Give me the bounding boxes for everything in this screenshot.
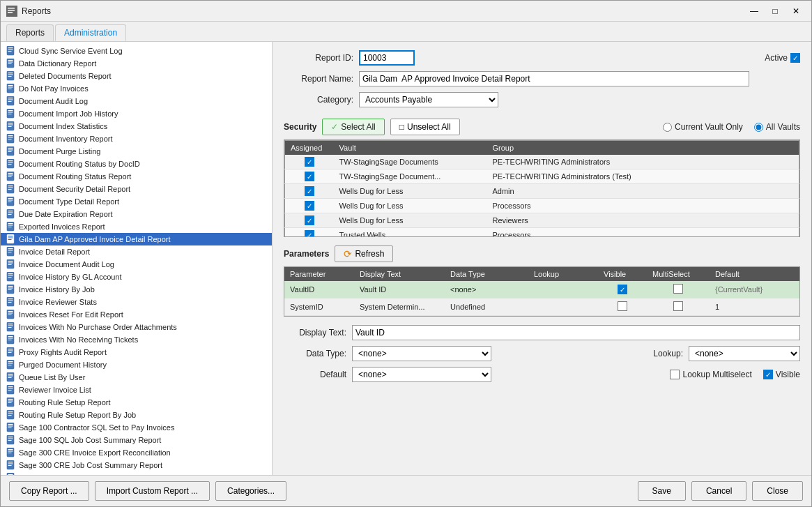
sidebar-item[interactable]: Document Inventory Report	[1, 133, 272, 145]
sidebar-item[interactable]: Cloud Sync Service Event Log	[1, 45, 272, 57]
maximize-button[interactable]: □	[765, 4, 785, 18]
visible-option[interactable]: ✓ Visible	[763, 370, 800, 379]
sidebar-item[interactable]: Reviewer Invoice List	[1, 384, 272, 396]
sidebar-item[interactable]: Document Routing Status by DocID	[1, 158, 272, 170]
import-custom-report-button[interactable]: Import Custom Report ...	[95, 481, 210, 501]
svg-rect-102	[8, 351, 13, 351]
report-name-input[interactable]	[359, 71, 749, 86]
assigned-checkbox[interactable]: ✓	[305, 157, 314, 167]
sidebar-item[interactable]: Invoice Reviewer Stats	[1, 296, 272, 308]
assigned-checkbox[interactable]: ✓	[305, 172, 314, 181]
assigned-checkbox[interactable]: ✓	[305, 230, 314, 237]
sidebar-item[interactable]: Exported Invoices Report	[1, 220, 272, 233]
close-button[interactable]: ✕	[786, 4, 806, 18]
table-row[interactable]: ✓Wells Dug for LessAdmin	[285, 184, 799, 199]
table-row[interactable]: VaultIDVault ID<none>✓{CurrentVault}	[284, 281, 799, 298]
tab-administration[interactable]: Administration	[55, 24, 126, 41]
lookup-multiselect-checkbox[interactable]	[670, 370, 680, 379]
svg-rect-22	[8, 100, 13, 100]
svg-rect-109	[8, 374, 13, 374]
sidebar-item-label: Document Index Statistics	[19, 122, 107, 130]
sidebar-item[interactable]: Queue List By User	[1, 371, 272, 384]
unselect-all-button[interactable]: □ Unselect All	[390, 119, 460, 135]
multiselect-checkbox[interactable]	[673, 284, 683, 294]
report-id-input[interactable]	[359, 50, 415, 66]
sidebar-item[interactable]: Sage 300 CRE Invoice Export Reconciliati…	[1, 446, 272, 459]
table-row[interactable]: ✓Wells Dug for LessProcessors	[285, 199, 799, 213]
col-assigned: Assigned	[285, 141, 334, 156]
visible-checkbox[interactable]: ✓	[618, 285, 627, 294]
report-icon	[6, 398, 16, 407]
sidebar-item[interactable]: Document Index Statistics	[1, 120, 272, 133]
sidebar-item[interactable]: Invoices Reset For Edit Report	[1, 308, 272, 321]
sidebar-item[interactable]: Invoice Document Audit Log	[1, 258, 272, 271]
select-all-button[interactable]: ✓ Select All	[322, 119, 384, 135]
sidebar-item[interactable]: Invoice Detail Report	[1, 245, 272, 258]
sidebar-item[interactable]: Invoices With No Purchase Order Attachme…	[1, 321, 272, 333]
table-row[interactable]: ✓Trusted WellsProcessors	[285, 228, 799, 238]
sidebar-item-label: Document Audit Log	[19, 97, 88, 105]
table-row[interactable]: ✓TW-StagingSage DocumentsPE-TECHWRITING …	[285, 155, 799, 169]
sidebar-item[interactable]: Invoices With No Receiving Tickets	[1, 333, 272, 346]
active-checkbox[interactable]: ✓	[790, 53, 800, 63]
sidebar-item[interactable]: Document Import Job History	[1, 107, 272, 120]
cancel-button[interactable]: Cancel	[691, 481, 746, 501]
sidebar-item-label: Document Inventory Report	[19, 135, 113, 143]
sidebar-item[interactable]: Gila Dam AP Approved Invoice Detail Repo…	[1, 233, 272, 245]
table-row[interactable]: ✓Wells Dug for LessReviewers	[285, 213, 799, 228]
categories-button[interactable]: Categories...	[215, 481, 286, 501]
sidebar-item[interactable]: Invoice History By Job	[1, 283, 272, 296]
visible-checkbox[interactable]: ✓	[763, 370, 773, 379]
lookup-select[interactable]: <none>	[689, 346, 800, 361]
sidebar-item[interactable]: Document Security Detail Report	[1, 183, 272, 195]
assigned-checkbox[interactable]: ✓	[305, 186, 314, 196]
sidebar-item[interactable]: Sage 100 SQL Job Cost Summary Report	[1, 434, 272, 446]
display-text-input[interactable]	[352, 325, 800, 340]
sidebar-item[interactable]: Invoice History By GL Account	[1, 271, 272, 283]
table-row[interactable]: SystemIDSystem Determin...Undefined1	[284, 298, 799, 316]
sidebar-item[interactable]: Do Not Pay Invoices	[1, 82, 272, 95]
all-vaults-radio[interactable]	[754, 123, 763, 132]
sidebar-item[interactable]: Sage 100 Contractor SQL Set to Pay Invoi…	[1, 421, 272, 434]
assigned-checkbox[interactable]: ✓	[305, 215, 314, 225]
lookup-multiselect-option[interactable]: Lookup Multiselect	[670, 370, 751, 379]
copy-report-button[interactable]: Copy Report ...	[9, 481, 89, 501]
visible-checkbox[interactable]	[618, 301, 627, 311]
main-window: Reports — □ ✕ Reports Administration Clo…	[0, 0, 812, 507]
sidebar-item[interactable]: Routing Rule Setup Report By Job	[1, 409, 272, 421]
save-button[interactable]: Save	[638, 481, 686, 501]
sidebar-item[interactable]: Routing Rule Setup Report	[1, 396, 272, 409]
svg-rect-92	[7, 322, 14, 331]
current-vault-option[interactable]: Current Vault Only	[663, 122, 743, 132]
tab-reports[interactable]: Reports	[6, 24, 54, 41]
sidebar-item[interactable]: Purged Document History	[1, 358, 272, 371]
current-vault-radio[interactable]	[663, 123, 672, 132]
svg-rect-114	[8, 388, 13, 389]
col-group: Group	[487, 141, 799, 156]
svg-rect-64	[7, 234, 14, 243]
sidebar-item[interactable]: Sage 300 CRE Job Cost Summary Report	[1, 459, 272, 471]
svg-rect-103	[8, 352, 12, 353]
refresh-button[interactable]: ⟳ Refresh	[335, 245, 393, 262]
multiselect-checkbox[interactable]	[673, 301, 683, 311]
data-type-select[interactable]: <none>	[352, 346, 491, 361]
sidebar-item[interactable]: Document Purge Listing	[1, 145, 272, 158]
default-select[interactable]: <none>	[352, 367, 491, 382]
sidebar-item[interactable]: Document Routing Status Report	[1, 170, 272, 183]
sidebar-item[interactable]: Document Audit Log	[1, 95, 272, 107]
sidebar-item[interactable]: Data Dictionary Report	[1, 57, 272, 70]
lookup-cell	[528, 298, 598, 316]
sidebar-item[interactable]: Document Type Detail Report	[1, 195, 272, 208]
assigned-checkbox[interactable]: ✓	[305, 201, 314, 211]
checkmark-icon: ✓	[331, 122, 338, 132]
category-select[interactable]: Accounts Payable	[359, 92, 498, 107]
sidebar-item[interactable]: Due Date Expiration Report	[1, 208, 272, 220]
svg-rect-23	[8, 101, 12, 102]
sidebar-item[interactable]: Deleted Documents Report	[1, 70, 272, 82]
sidebar-item[interactable]: Proxy Rights Audit Report	[1, 346, 272, 358]
all-vaults-option[interactable]: All Vaults	[754, 122, 800, 132]
close-button-bar[interactable]: Close	[752, 481, 803, 501]
minimize-button[interactable]: —	[744, 4, 764, 18]
table-row[interactable]: ✓TW-StagingSage Document...PE-TECHWRITIN…	[285, 169, 799, 184]
security-title: Security	[284, 122, 316, 132]
